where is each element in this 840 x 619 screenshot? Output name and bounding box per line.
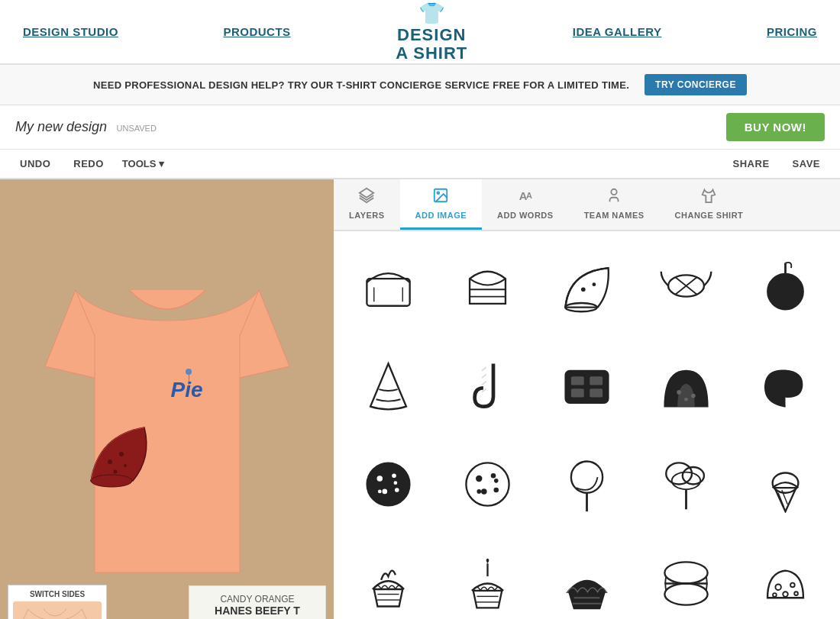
switch-sides-label: SWITCH SIDES bbox=[13, 590, 102, 598]
switch-sides-panel: SWITCH SIDES MINIMIZE bbox=[8, 585, 107, 619]
undo-button[interactable]: UNDO bbox=[15, 156, 55, 172]
image-bread[interactable] bbox=[341, 239, 435, 332]
redo-button[interactable]: REDO bbox=[69, 156, 108, 172]
svg-point-0 bbox=[91, 475, 132, 487]
image-lollipop[interactable] bbox=[540, 437, 633, 530]
design-name[interactable]: My new design bbox=[15, 119, 107, 134]
save-button[interactable]: SAVE bbox=[788, 156, 825, 172]
svg-point-22 bbox=[767, 273, 803, 309]
tab-change-shirt[interactable]: CHANGE SHIRT bbox=[660, 179, 759, 230]
image-birthday-cupcake[interactable] bbox=[441, 537, 534, 619]
svg-point-18 bbox=[593, 282, 596, 286]
add-image-icon bbox=[432, 187, 449, 208]
share-button[interactable]: SHARE bbox=[729, 156, 774, 172]
logo-icon: 👕 bbox=[418, 1, 445, 26]
svg-rect-32 bbox=[590, 388, 603, 397]
add-words-icon: A A bbox=[517, 187, 534, 208]
unsaved-label: UNSAVED bbox=[117, 124, 157, 133]
tab-add-image[interactable]: ADD IMAGE bbox=[400, 179, 482, 230]
svg-point-2 bbox=[119, 452, 124, 456]
tools-button[interactable]: TOOLS ▾ bbox=[122, 158, 165, 169]
svg-point-40 bbox=[382, 489, 387, 495]
svg-point-44 bbox=[466, 463, 509, 505]
svg-line-57 bbox=[779, 493, 785, 508]
svg-point-33 bbox=[677, 390, 682, 395]
shirt-design-area: Pie bbox=[22, 229, 312, 611]
svg-point-7 bbox=[438, 192, 440, 194]
logo: 👕 DESIGNA SHIRT bbox=[396, 1, 467, 63]
svg-point-17 bbox=[581, 287, 586, 292]
tab-add-words[interactable]: A A ADD WORDS bbox=[482, 179, 569, 230]
svg-rect-29 bbox=[571, 376, 584, 385]
svg-point-4 bbox=[124, 464, 127, 467]
image-cookie-spotted[interactable] bbox=[441, 437, 534, 530]
image-chocolate-swirl[interactable] bbox=[739, 338, 832, 431]
image-snowball[interactable] bbox=[739, 537, 832, 619]
svg-point-49 bbox=[477, 489, 481, 494]
image-candy-wrap[interactable] bbox=[640, 239, 733, 332]
svg-point-47 bbox=[481, 488, 487, 495]
nav-pricing[interactable]: PRICING bbox=[767, 25, 817, 38]
svg-rect-31 bbox=[571, 388, 584, 397]
tab-change-shirt-label: CHANGE SHIRT bbox=[675, 211, 744, 220]
toolbar: UNDO REDO TOOLS ▾ SHARE SAVE bbox=[0, 150, 840, 179]
image-big-cupcake[interactable] bbox=[540, 537, 633, 619]
svg-point-39 bbox=[392, 473, 396, 478]
banner: NEED PROFESSIONAL DESIGN HELP? TRY OUR T… bbox=[0, 65, 840, 105]
tab-team-names[interactable]: TEAM NAMES bbox=[569, 179, 660, 230]
image-cupcake-plain[interactable] bbox=[341, 537, 435, 619]
svg-point-35 bbox=[684, 398, 688, 401]
svg-point-1 bbox=[108, 459, 112, 464]
image-ice-cream-cone[interactable] bbox=[739, 437, 832, 530]
svg-point-46 bbox=[491, 473, 496, 479]
svg-text:A: A bbox=[526, 191, 532, 200]
image-cotton-candy[interactable] bbox=[640, 437, 733, 530]
svg-point-72 bbox=[783, 592, 789, 597]
nav-idea-gallery[interactable]: IDEA GALLERY bbox=[573, 25, 662, 38]
svg-point-55 bbox=[672, 472, 701, 490]
image-chocolate-block[interactable] bbox=[540, 338, 633, 431]
header: DESIGN STUDIO PRODUCTS 👕 DESIGNA SHIRT I… bbox=[0, 0, 840, 65]
nav-design-studio[interactable]: DESIGN STUDIO bbox=[23, 25, 118, 38]
banner-text: NEED PROFESSIONAL DESIGN HELP? TRY OUR T… bbox=[93, 79, 629, 91]
logo-text: DESIGNA SHIRT bbox=[396, 26, 467, 63]
try-concierge-button[interactable]: TRY CONCIERGE bbox=[645, 74, 747, 95]
pie-text-label[interactable]: Pie bbox=[171, 378, 203, 402]
svg-point-73 bbox=[773, 593, 777, 597]
buy-now-button[interactable]: BUY NOW! bbox=[726, 113, 825, 141]
shirt-color: CANDY ORANGE bbox=[200, 594, 315, 604]
image-pie[interactable] bbox=[540, 239, 633, 332]
layers-icon bbox=[358, 187, 375, 208]
svg-point-71 bbox=[790, 583, 795, 588]
image-cookie-dark[interactable] bbox=[341, 437, 435, 530]
svg-point-67 bbox=[665, 563, 708, 584]
tab-layers[interactable]: LAYERS bbox=[334, 179, 400, 230]
gallery-panel: LAYERS ADD IMAGE A A ADD WORDS bbox=[334, 179, 840, 619]
design-name-area: My new design UNSAVED bbox=[15, 119, 157, 135]
image-candy-apple[interactable] bbox=[739, 239, 832, 332]
tab-team-names-label: TEAM NAMES bbox=[584, 211, 645, 220]
image-cake-slice[interactable] bbox=[441, 239, 534, 332]
svg-point-45 bbox=[476, 476, 482, 482]
svg-point-38 bbox=[376, 476, 383, 482]
svg-point-70 bbox=[776, 585, 782, 591]
image-candy-cane[interactable] bbox=[441, 338, 534, 431]
svg-point-41 bbox=[395, 488, 399, 492]
shirt-panel: Pie SWITCH SIDES MINIMIZE CANDY ORANGE H… bbox=[0, 179, 334, 619]
tab-add-words-label: ADD WORDS bbox=[497, 211, 554, 220]
svg-point-3 bbox=[113, 470, 117, 474]
tools-chevron-icon: ▾ bbox=[159, 158, 164, 169]
image-chocolate-mountain[interactable] bbox=[640, 338, 733, 431]
shirt-canvas: Pie bbox=[0, 179, 334, 619]
svg-point-36 bbox=[783, 375, 789, 381]
svg-point-42 bbox=[378, 490, 382, 494]
image-macaron[interactable] bbox=[640, 537, 733, 619]
svg-point-43 bbox=[393, 481, 397, 485]
nav-products[interactable]: PRODUCTS bbox=[223, 25, 290, 38]
svg-point-37 bbox=[367, 463, 409, 505]
tab-layers-label: LAYERS bbox=[349, 211, 385, 220]
svg-point-74 bbox=[795, 592, 799, 595]
image-candy-corn[interactable] bbox=[341, 338, 435, 431]
image-grid bbox=[334, 231, 840, 619]
shirt-thumbnail[interactable] bbox=[13, 601, 102, 619]
